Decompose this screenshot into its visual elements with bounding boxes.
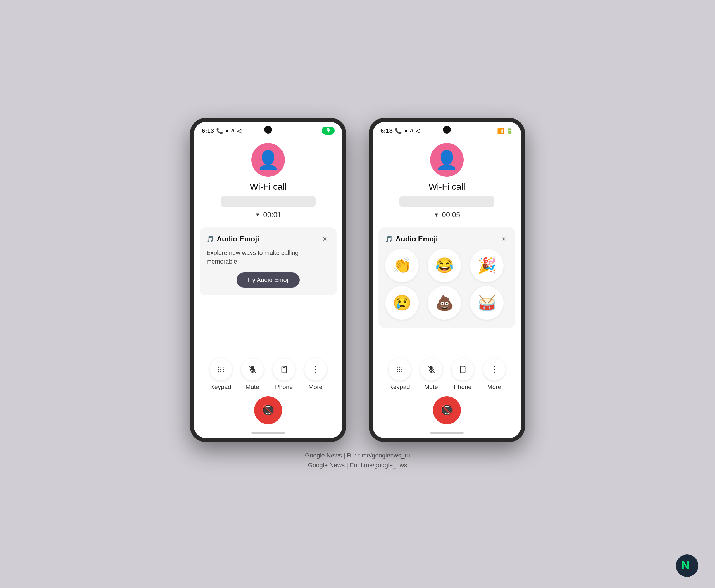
end-call-icon-right: 📵 [440,403,454,417]
avatar-right: 👤 [430,143,464,176]
keypad-label-left: Keypad [210,383,231,391]
phone-control-right: Phone [452,358,474,391]
emoji-btn-poop[interactable]: 💩 [428,286,461,320]
svg-point-2 [223,367,224,368]
emoji-btn-drum[interactable]: 🥁 [470,286,503,320]
more-btn-left[interactable]: ⋮ [304,358,327,381]
wifi-signal-right: 📶 [497,127,504,134]
more-btn-right[interactable]: ⋮ [483,358,505,381]
mute-btn-right[interactable] [420,358,442,381]
phone-icon-left: 📞 [216,127,223,134]
wifi-call-icon-right: ▼ [434,212,439,218]
caller-name-left: Wi-Fi call [250,182,286,192]
svg-point-11 [397,367,398,368]
a-text-right: A [410,128,413,133]
camera-notch-left [264,126,272,133]
panel-title-row-left: 🎵 Audio Emoji [207,235,259,244]
svg-point-4 [220,369,221,370]
svg-point-8 [223,371,224,372]
panel-title-left: Audio Emoji [217,235,259,244]
keypad-btn-left[interactable] [210,358,232,381]
phone-icon-right: 📞 [395,127,402,134]
svg-point-12 [399,367,400,368]
phone-number-bar-right [399,196,494,207]
svg-text:N: N [681,559,690,571]
mute-control-right: Mute [420,358,442,391]
try-audio-emoji-btn[interactable]: Try Audio Emoji [237,272,299,288]
panel-close-left[interactable]: ✕ [320,234,330,244]
time-left: 6:13 [202,127,214,134]
home-indicator-left [251,432,285,434]
emoji-btn-party[interactable]: 🎉 [470,249,503,282]
phones-row: 6:13 📞 ● A ◁ 🎙 [190,118,525,442]
audio-emoji-panel-left: 🎵 Audio Emoji ✕ Explore new ways to make… [200,228,337,296]
mute-btn-left[interactable] [241,358,264,381]
end-call-btn-left[interactable]: 📵 [254,396,282,424]
nav-right: ◁ [416,127,420,134]
panel-description-left: Explore new ways to make calling memorab… [207,249,330,266]
more-control-right: ⋮ More [483,358,505,391]
emoji-btn-clap[interactable]: 👏 [385,249,419,282]
phone-right-screen: 6:13 📞 ● A ◁ 📶 🔋 👤 [373,122,521,438]
panel-close-right[interactable]: ✕ [499,234,508,244]
mic-indicator-active: 🎙 [322,127,334,135]
call-content-right: 👤 Wi-Fi call ▼ 00:05 🎵 Audio Emoji [373,138,521,353]
panel-header-left: 🎵 Audio Emoji ✕ [207,234,330,244]
status-right-right: 📶 🔋 [497,127,513,134]
phone-btn-left[interactable] [273,358,295,381]
call-timer-left: ▼ 00:01 [255,210,282,219]
avatar-person-icon-left: 👤 [257,151,279,169]
call-timer-right: ▼ 00:05 [434,210,460,219]
keypad-control-left: Keypad [210,358,232,391]
home-indicator-right [430,432,464,434]
emoji-btn-cry[interactable]: 😢 [385,286,419,320]
mute-label-left: Mute [245,383,259,391]
status-time-right: 6:13 📞 ● A ◁ [381,127,420,134]
keypad-control-right: Keypad [389,358,411,391]
svg-point-3 [218,369,219,370]
phone-btn-right[interactable] [452,358,474,381]
phone-left: 6:13 📞 ● A ◁ 🎙 [190,118,346,442]
brand-logo: N [676,554,698,577]
call-controls-left: Keypad Mute Phone [194,353,342,394]
a-text-left: A [231,128,235,133]
svg-point-13 [402,367,403,368]
svg-point-0 [218,367,219,368]
status-time-left: 6:13 📞 ● A ◁ [202,127,241,134]
svg-point-7 [220,371,221,372]
svg-point-18 [399,371,400,372]
nav-left: ◁ [237,127,241,134]
footer-line1: Google News | Ru: t.me/googlenws_ru [305,450,410,460]
emoji-grid-right: 👏 😂 🎉 😢 💩 🥁 [385,249,508,320]
end-call-row-right: 📵 [373,394,521,430]
timer-value-left: 00:01 [263,210,281,219]
footer-line2: Google News | En: t.me/google_nws [305,460,410,470]
phone-label-left: Phone [275,383,293,391]
emoji-btn-laugh[interactable]: 😂 [428,249,461,282]
audio-emoji-panel-right: 🎵 Audio Emoji ✕ 👏 😂 🎉 😢 💩 🥁 [378,228,515,328]
phone-control-left: Phone [273,358,295,391]
svg-point-17 [397,371,398,372]
phone-number-bar-left [221,196,316,207]
call-content-left: 👤 Wi-Fi call ▼ 00:01 🎵 Audio Emoji [194,138,342,353]
phone-label-right: Phone [454,383,472,391]
end-call-row-left: 📵 [194,394,342,430]
more-dots-icon-left: ⋮ [311,365,320,374]
svg-point-6 [218,371,219,372]
mute-control-left: Mute [241,358,264,391]
end-call-btn-right[interactable]: 📵 [433,396,461,424]
keypad-label-right: Keypad [389,383,410,391]
battery-right: 🔋 [506,127,513,134]
end-call-icon-left: 📵 [261,403,275,417]
panel-header-right: 🎵 Audio Emoji ✕ [385,234,508,244]
wifi-call-icon-left: ▼ [255,212,261,218]
panel-title-right: Audio Emoji [395,235,438,244]
call-controls-right: Keypad Mute Phone [373,353,521,394]
camera-notch-right [443,126,451,133]
svg-point-16 [402,369,403,370]
caller-name-right: Wi-Fi call [429,182,465,192]
music-icon-left: 🎵 [207,236,214,243]
keypad-btn-right[interactable] [389,358,411,381]
svg-point-14 [397,369,398,370]
phone-left-screen: 6:13 📞 ● A ◁ 🎙 [194,122,342,438]
